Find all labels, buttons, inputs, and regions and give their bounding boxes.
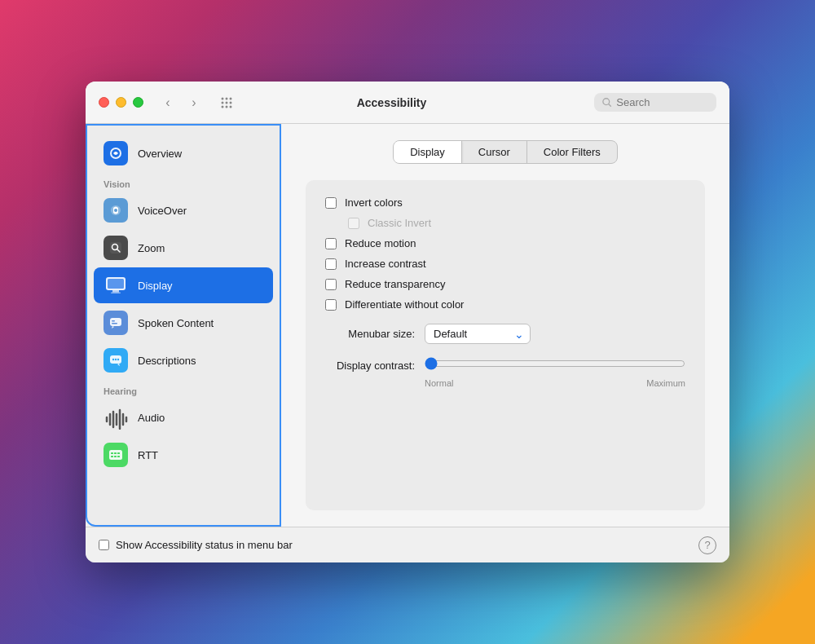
svg-rect-24 <box>112 323 117 324</box>
maximize-button[interactable] <box>133 97 143 108</box>
increase-contrast-row: Increase contrast <box>325 258 685 270</box>
sidebar-item-audio[interactable]: Audio <box>94 399 273 435</box>
overview-icon <box>104 141 128 165</box>
svg-rect-38 <box>114 452 117 454</box>
svg-rect-36 <box>109 450 122 460</box>
svg-point-26 <box>112 359 114 360</box>
menubar-size-row: Menubar size: Default Large ⌄ <box>325 324 685 344</box>
audio-icon <box>104 405 128 430</box>
differentiate-color-row: Differentiate without color <box>325 298 685 311</box>
sidebar-item-overview[interactable]: Overview <box>94 135 273 171</box>
sidebar-item-voiceover[interactable]: VoiceOver <box>94 192 273 228</box>
svg-point-14 <box>114 209 117 212</box>
spoken-content-icon <box>104 311 128 335</box>
sidebar-item-audio-label: Audio <box>138 412 165 424</box>
traffic-lights <box>99 97 143 108</box>
slider-wrap <box>425 357 685 373</box>
detail-panel: Display Cursor Color Filters Invert colo… <box>281 124 729 527</box>
window-title: Accessibility <box>199 96 584 109</box>
rtt-icon <box>104 443 128 467</box>
svg-rect-20 <box>112 290 119 293</box>
svg-rect-37 <box>111 452 113 454</box>
sidebar-item-descriptions[interactable]: Descriptions <box>94 342 273 378</box>
classic-invert-checkbox[interactable] <box>348 218 359 229</box>
menubar-size-select[interactable]: Default Large <box>425 324 531 344</box>
back-button[interactable]: ‹ <box>156 91 179 114</box>
search-bar[interactable] <box>594 93 716 112</box>
increase-contrast-label[interactable]: Increase contrast <box>345 258 426 270</box>
classic-invert-label: Classic Invert <box>368 217 431 229</box>
svg-rect-40 <box>111 456 113 457</box>
svg-rect-21 <box>111 293 121 294</box>
title-bar: ‹ › Accessibility <box>86 82 729 124</box>
contrast-normal-label: Normal <box>425 378 453 388</box>
slider-labels: Normal Maximum <box>325 378 685 388</box>
contrast-row: Display contrast: Normal Maximum <box>325 357 685 388</box>
svg-rect-23 <box>112 320 115 322</box>
svg-rect-19 <box>108 279 124 289</box>
main-window: ‹ › Accessibility <box>86 82 729 562</box>
differentiate-color-checkbox[interactable] <box>325 299 337 311</box>
descriptions-icon <box>104 348 128 373</box>
options-area: Invert colors Classic Invert Reduce moti… <box>306 180 705 510</box>
sidebar-item-spoken-content[interactable]: Spoken Content <box>94 305 273 341</box>
menubar-size-select-wrap: Default Large ⌄ <box>425 324 531 344</box>
invert-colors-row: Invert colors <box>325 196 685 209</box>
tab-bar: Display Cursor Color Filters <box>306 140 705 164</box>
sidebar-item-rtt-label: RTT <box>138 449 158 461</box>
close-button[interactable] <box>99 97 109 108</box>
reduce-motion-checkbox[interactable] <box>325 238 337 249</box>
menubar-size-label: Menubar size: <box>325 328 415 340</box>
reduce-motion-label[interactable]: Reduce motion <box>345 237 416 249</box>
hearing-section-label: Hearing <box>94 380 273 399</box>
show-accessibility-status-label[interactable]: Show Accessibility status in menu bar <box>116 539 293 551</box>
svg-rect-41 <box>114 456 117 457</box>
svg-line-10 <box>609 104 611 107</box>
classic-invert-row: Classic Invert <box>348 217 685 229</box>
sidebar-item-display[interactable]: Display <box>94 267 273 303</box>
sidebar-item-overview-label: Overview <box>138 148 182 160</box>
display-tab[interactable]: Display <box>394 141 462 163</box>
differentiate-color-label[interactable]: Differentiate without color <box>345 298 464 311</box>
show-accessibility-status-checkbox[interactable] <box>99 540 109 550</box>
bottom-bar: Show Accessibility status in menu bar ? <box>86 527 729 562</box>
sidebar-item-rtt[interactable]: RTT <box>94 437 273 473</box>
contrast-slider[interactable] <box>425 357 685 370</box>
help-button[interactable]: ? <box>698 536 716 554</box>
svg-point-27 <box>115 359 117 360</box>
search-icon <box>602 97 611 108</box>
sidebar-item-display-label: Display <box>138 280 173 292</box>
invert-colors-checkbox[interactable] <box>325 197 337 209</box>
cursor-tab[interactable]: Cursor <box>462 141 527 163</box>
color-filters-tab[interactable]: Color Filters <box>527 141 617 163</box>
minimize-button[interactable] <box>116 97 126 108</box>
contrast-label-row: Display contrast: <box>325 357 685 373</box>
sidebar-item-zoom-label: Zoom <box>138 242 165 254</box>
voiceover-icon <box>104 198 128 223</box>
main-content: Overview Vision VoiceOver <box>86 124 729 527</box>
sidebar-item-spoken-content-label: Spoken Content <box>138 317 214 329</box>
svg-point-28 <box>117 359 119 360</box>
sidebar-item-descriptions-label: Descriptions <box>138 355 196 367</box>
bottom-checkbox-row: Show Accessibility status in menu bar <box>99 539 698 551</box>
contrast-maximum-label: Maximum <box>646 378 685 388</box>
reduce-motion-row: Reduce motion <box>325 237 685 249</box>
sidebar-item-voiceover-label: VoiceOver <box>138 205 187 217</box>
sidebar-item-zoom[interactable]: Zoom <box>94 230 273 266</box>
nav-buttons: ‹ › <box>156 91 205 114</box>
svg-rect-42 <box>117 456 120 457</box>
tab-group: Display Cursor Color Filters <box>393 140 618 164</box>
invert-colors-label[interactable]: Invert colors <box>345 196 403 209</box>
svg-rect-39 <box>117 452 120 454</box>
reduce-transparency-checkbox[interactable] <box>325 279 337 290</box>
increase-contrast-checkbox[interactable] <box>325 258 337 270</box>
display-icon <box>104 273 128 298</box>
search-input[interactable] <box>616 96 708 108</box>
vision-section-label: Vision <box>94 173 273 192</box>
reduce-transparency-label[interactable]: Reduce transparency <box>345 278 446 290</box>
sidebar: Overview Vision VoiceOver <box>86 124 281 527</box>
contrast-title: Display contrast: <box>325 359 415 372</box>
reduce-transparency-row: Reduce transparency <box>325 278 685 290</box>
zoom-icon <box>104 236 128 260</box>
svg-rect-22 <box>110 318 121 326</box>
